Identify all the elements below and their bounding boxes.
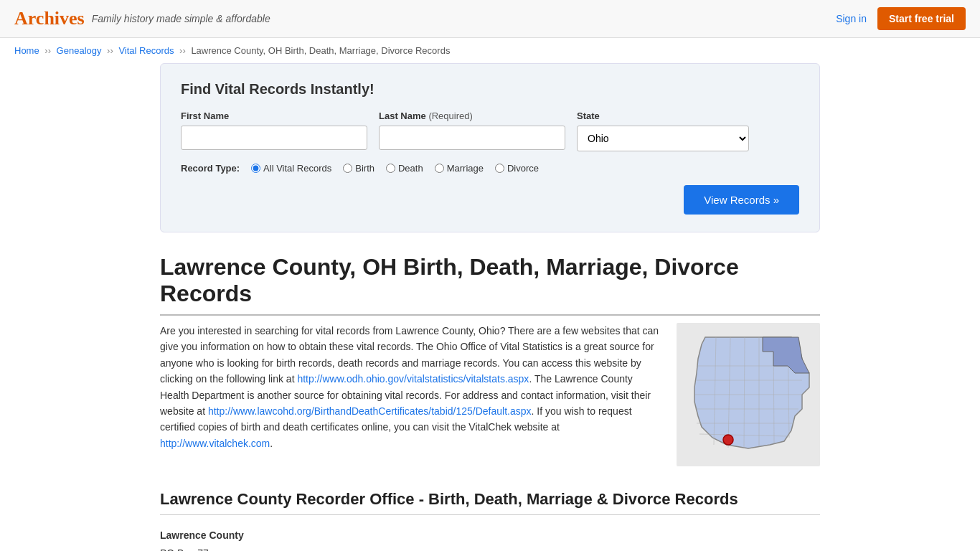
first-name-label: First Name <box>181 110 367 121</box>
content-area: Are you interested in searching for vita… <box>160 323 820 468</box>
record-type-label: Record Type: <box>181 163 240 174</box>
last-name-input[interactable] <box>379 126 565 150</box>
logo: Archives <box>14 8 85 29</box>
breadcrumb-home[interactable]: Home <box>14 45 39 56</box>
radio-death[interactable] <box>386 164 395 173</box>
last-name-required: (Required) <box>428 110 472 121</box>
breadcrumb: Home ›› Genealogy ›› Vital Records ›› La… <box>0 38 980 63</box>
record-type-divorce[interactable]: Divorce <box>495 163 539 174</box>
record-type-marriage[interactable]: Marriage <box>435 163 484 174</box>
main-content: Find Vital Records Instantly! First Name… <box>146 63 834 551</box>
breadcrumb-vital-records[interactable]: Vital Records <box>118 45 174 56</box>
radio-birth[interactable] <box>343 164 352 173</box>
lawcohd-link[interactable]: http://www.lawcohd.org/BirthandDeathCert… <box>208 405 532 417</box>
header: Archives Family history made simple & af… <box>0 0 980 38</box>
sub-section-title: Lawrence County Recorder Office - Birth,… <box>160 490 820 515</box>
sub-section: Lawrence County Recorder Office - Birth,… <box>160 490 820 551</box>
office-info: Lawrence County PO Box 77 Ironton, OH 45… <box>160 527 820 551</box>
sign-in-link[interactable]: Sign in <box>836 13 867 24</box>
search-fields: First Name Last Name (Required) State Al… <box>181 110 799 151</box>
radio-divorce[interactable] <box>495 164 504 173</box>
radio-marriage[interactable] <box>435 164 444 173</box>
first-name-input[interactable] <box>181 126 367 150</box>
office-address-1: PO Box 77 <box>160 545 820 551</box>
breadcrumb-current: Lawrence County, OH Birth, Death, Marria… <box>191 45 450 56</box>
page-title: Lawrence County, OH Birth, Death, Marria… <box>160 254 820 316</box>
radio-all-vital[interactable] <box>251 164 260 173</box>
breadcrumb-sep-2: ›› <box>107 45 116 56</box>
breadcrumb-genealogy[interactable]: Genealogy <box>57 45 102 56</box>
state-field-group: State All United States Alabama Alaska A… <box>577 110 749 151</box>
last-name-field-group: Last Name (Required) <box>379 110 565 150</box>
odh-link[interactable]: http://www.odh.ohio.gov/vitalstatistics/… <box>297 373 529 385</box>
record-type-death[interactable]: Death <box>386 163 423 174</box>
tagline: Family history made simple & affordable <box>92 13 270 24</box>
svg-point-13 <box>723 435 733 445</box>
breadcrumb-sep-3: ›› <box>179 45 188 56</box>
content-text: Are you interested in searching for vita… <box>160 323 662 468</box>
search-box: Find Vital Records Instantly! First Name… <box>160 63 820 232</box>
record-type-row: Record Type: All Vital Records Birth Dea… <box>181 163 799 174</box>
ohio-map <box>677 323 820 466</box>
vitalchek-link[interactable]: http://www.vitalchek.com <box>160 438 270 449</box>
record-type-all[interactable]: All Vital Records <box>251 163 331 174</box>
map-area <box>677 323 820 468</box>
state-select[interactable]: All United States Alabama Alaska Arizona… <box>577 126 749 151</box>
header-left: Archives Family history made simple & af… <box>14 8 270 29</box>
state-label: State <box>577 110 749 121</box>
search-btn-row: View Records » <box>181 185 799 215</box>
office-name: Lawrence County <box>160 527 820 545</box>
record-type-birth[interactable]: Birth <box>343 163 374 174</box>
last-name-label: Last Name (Required) <box>379 110 565 121</box>
content-paragraph: Are you interested in searching for vita… <box>160 323 662 451</box>
start-trial-button[interactable]: Start free trial <box>877 7 966 30</box>
breadcrumb-sep-1: ›› <box>44 45 53 56</box>
view-records-button[interactable]: View Records » <box>684 185 799 215</box>
first-name-field-group: First Name <box>181 110 367 150</box>
header-right: Sign in Start free trial <box>836 7 966 30</box>
search-title: Find Vital Records Instantly! <box>181 81 799 98</box>
